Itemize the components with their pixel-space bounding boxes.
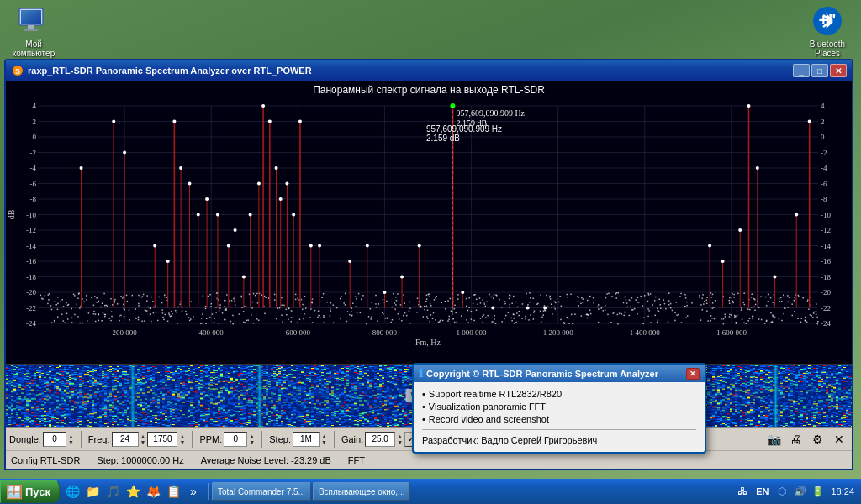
taskbar-battery-icon[interactable]: 🔋 [810, 484, 825, 499]
desktop-icon-mycomputer[interactable]: Мой компьютер [4, 4, 63, 58]
taskbar-btn-popup[interactable]: Всплывающее окно,... [313, 482, 411, 501]
svg-rect-3 [24, 29, 38, 31]
bullet-2: • Visualization panoramic FFT [422, 402, 696, 412]
title-bar-buttons: _ □ ✕ [793, 64, 847, 77]
spectrum-area: Панорамный спектр сигнала на выходе RTL-… [6, 81, 852, 364]
freq-arrows[interactable]: ▲▼ [140, 433, 146, 445]
gain-input[interactable] [365, 432, 395, 447]
gain-control: Gain: ▲▼ ✓ [341, 432, 418, 447]
bluetooth-label: Bluetooth Places [798, 39, 857, 58]
close-x-icon[interactable]: ✕ [830, 430, 848, 449]
gain-arrows[interactable]: ▲▼ [397, 433, 403, 445]
start-label: Пуск [25, 486, 50, 498]
bullet-text-3: Record video and screenshot [429, 414, 549, 424]
step-display: Step: 1000000.00 Hz [97, 455, 183, 465]
sep3 [261, 431, 262, 448]
maximize-button[interactable]: □ [811, 64, 828, 77]
noise-display: Average Noise Level: -23.29 dB [201, 455, 331, 465]
taskbar: 🪟 Пуск 🌐 📁 🎵 ⭐ 🦊 📋 » Total Commander 7.5… [0, 479, 861, 504]
desktop: Мой компьютер +" Bluetooth Places S raxp… [0, 0, 861, 504]
sep4 [334, 431, 335, 448]
freq-arrows2[interactable]: ▲▼ [179, 433, 185, 445]
sep2 [192, 431, 193, 448]
ppm-arrows[interactable]: ▲▼ [249, 433, 255, 445]
config-label: Config RTL-SDR [11, 455, 80, 465]
dialog-divider [422, 429, 696, 430]
taskbar-time: 18:24 [827, 486, 858, 496]
bullet-dot: • [422, 389, 425, 399]
dialog-author: Разработчик: Вадло Сергей Григорьевич [422, 435, 696, 445]
window-title: raxp_RTL-SDR Panoramic Spectrum Analyzer… [28, 66, 793, 76]
taskbar-firefox-icon[interactable]: 🦊 [144, 482, 162, 501]
desktop-icon-bluetooth[interactable]: +" Bluetooth Places [798, 4, 857, 58]
spectrum-title: Панорамный спектр сигнала на выходе RTL-… [6, 81, 852, 97]
taskbar-folder-icon[interactable]: 📁 [83, 482, 102, 501]
step-arrows[interactable]: ▲▼ [321, 433, 327, 445]
spectrum-chart: 957,609,090.909 Hz 2.159 dB [6, 97, 852, 347]
ppm-label: PPM: [199, 434, 222, 444]
status-icons: 📷 🖨 ⚙ ✕ [764, 430, 848, 449]
taskbar-programs: 🌐 📁 🎵 ⭐ 🦊 📋 » [60, 480, 206, 503]
dialog-close-button[interactable]: ✕ [686, 368, 700, 380]
freq-label: Freq: [88, 434, 110, 444]
spectrum-canvas [6, 97, 852, 347]
sep1 [81, 431, 82, 448]
start-button[interactable]: 🪟 Пуск [0, 480, 60, 503]
svg-text:S: S [15, 67, 20, 76]
step-label: Step: [269, 434, 291, 444]
app-icon: S [11, 64, 24, 77]
bullet-dot3: • [422, 414, 425, 424]
fft-display: FFT [348, 455, 365, 465]
dongle-arrows[interactable]: ▲▼ [68, 433, 74, 445]
lang-indicator[interactable]: EN [753, 486, 772, 496]
ppm-input[interactable] [224, 432, 247, 447]
taskbar-ie-icon[interactable]: 🌐 [63, 482, 82, 501]
bullet-text-1: Support realtime RTL2832/R820 [429, 389, 562, 399]
taskbar-star-icon[interactable]: ⭐ [124, 482, 142, 501]
step-input[interactable] [293, 432, 320, 447]
taskbar-arrow-icon[interactable]: » [184, 482, 203, 501]
bluetooth-icon: +" [811, 4, 844, 38]
mycomputer-icon [17, 4, 50, 38]
freq-input2[interactable] [147, 432, 177, 447]
taskbar-sep [208, 483, 209, 500]
taskbar-sound-icon[interactable]: 🔊 [792, 484, 807, 499]
svg-rect-4 [21, 10, 41, 24]
taskbar-bluetooth-icon[interactable]: ⬡ [774, 484, 790, 499]
dongle-input[interactable] [43, 432, 66, 447]
bullet-3: • Record video and screenshot [422, 414, 696, 424]
taskbar-window-buttons: Total Commander 7.5... Всплывающее окно,… [210, 482, 412, 501]
taskbar-btn-totalcmd[interactable]: Total Commander 7.5... [212, 482, 311, 501]
dongle-label: Dongle: [9, 434, 41, 444]
close-button[interactable]: ✕ [830, 64, 847, 77]
dialog-title-bar: ℹ Copyright © RTL-SDR Panoramic Spectrum… [414, 365, 705, 382]
print-icon[interactable]: 🖨 [786, 430, 805, 449]
dialog-title-text: Copyright © RTL-SDR Panoramic Spectrum A… [426, 369, 658, 379]
gain-label: Gain: [341, 434, 363, 444]
dialog-body: • Support realtime RTL2832/R820 • Visual… [414, 382, 705, 452]
camera-icon[interactable]: 📷 [764, 430, 783, 449]
taskbar-media-icon[interactable]: 🎵 [103, 482, 122, 501]
step-control: Step: ▲▼ [269, 432, 327, 447]
ppm-control: PPM: ▲▼ [199, 432, 255, 447]
taskbar-network-icon[interactable]: 🖧 [735, 484, 750, 499]
taskbar-right: 🖧 EN ⬡ 🔊 🔋 18:24 [732, 484, 861, 499]
freq-control: Freq: ▲▼ ▲▼ [88, 432, 186, 447]
dongle-control: Dongle: ▲▼ [9, 432, 74, 447]
bullet-text-2: Visualization panoramic FFT [429, 402, 546, 412]
info-dialog: ℹ Copyright © RTL-SDR Panoramic Spectrum… [412, 363, 706, 454]
mycomputer-label: Мой компьютер [4, 39, 63, 58]
freq-input[interactable] [112, 432, 139, 447]
title-bar: S raxp_RTL-SDR Panoramic Spectrum Analyz… [6, 60, 852, 81]
svg-rect-2 [28, 25, 34, 29]
bullet-dot2: • [422, 402, 425, 412]
taskbar-extra-icon[interactable]: 📋 [164, 482, 182, 501]
bullet-1: • Support realtime RTL2832/R820 [422, 389, 696, 399]
minimize-button[interactable]: _ [793, 64, 810, 77]
settings-icon[interactable]: ⚙ [808, 430, 827, 449]
